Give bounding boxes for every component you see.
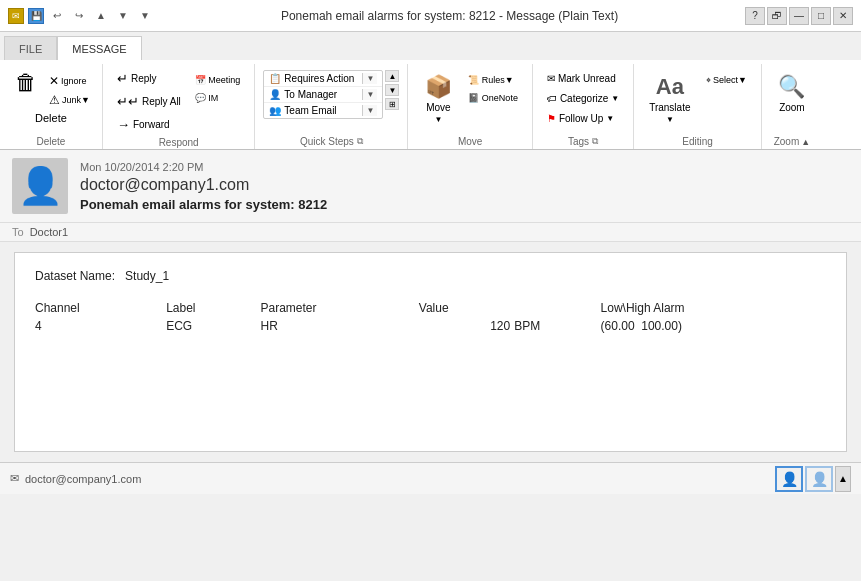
team-email-icon: 👥 (269, 105, 281, 116)
categorize-arrow[interactable]: ▼ (611, 94, 619, 103)
follow-up-label: Follow Up (559, 113, 603, 124)
reply-all-button[interactable]: ↵↵ Reply All (111, 91, 187, 112)
quicksteps-more[interactable]: ⊞ (385, 98, 399, 110)
maximize-button[interactable]: □ (811, 7, 831, 25)
person2-button[interactable]: 👤 (805, 466, 833, 492)
scroll-up-button[interactable]: ▲ (835, 466, 851, 492)
forward-icon: → (117, 117, 130, 132)
col-value: Value (419, 299, 514, 317)
message-body: Dataset Name: Study_1 Channel Label Para… (0, 242, 861, 462)
cell-value: 120 (419, 317, 514, 335)
mark-unread-icon: ✉ (547, 73, 555, 84)
quicksteps-nav: ▲ ▼ ⊞ (383, 70, 399, 110)
tags-buttons: ✉ Mark Unread 🏷 Categorize ▼ ⚑ Follow Up… (541, 68, 625, 134)
translate-arrow: ▼ (666, 115, 674, 124)
help-button[interactable]: ? (745, 7, 765, 25)
collapse-ribbon[interactable]: ▲ (801, 137, 810, 147)
editing-extra: ⌖ Select▼ (700, 70, 753, 89)
quicksteps-dropdown: 📋 Requires Action ▼ 👤 To Manager ▼ 👥 Tea… (263, 70, 383, 119)
title-bar-left-icons: ✉ 💾 ↩ ↪ ▲ ▼ ▼ (8, 7, 154, 25)
move-extra: 📜 Rules▼ 📓 OneNote (462, 70, 524, 106)
status-right: 👤 👤 ▲ (775, 466, 851, 492)
delete-button[interactable]: 🗑 (8, 68, 44, 98)
status-email-area: ✉ doctor@company1.com (10, 472, 141, 485)
respond-group-label: Respond (159, 135, 199, 150)
translate-button[interactable]: Aa Translate ▼ (642, 70, 697, 128)
person1-button[interactable]: 👤 (775, 466, 803, 492)
to-line: To Doctor1 (0, 223, 861, 242)
more-btn[interactable]: ▼ (136, 7, 154, 25)
move-button[interactable]: 📦 Move ▼ (416, 70, 460, 128)
message-subject: Ponemah email alarms for system: 8212 (80, 197, 849, 212)
redo-btn[interactable]: ↪ (70, 7, 88, 25)
up-btn[interactable]: ▲ (92, 7, 110, 25)
zoom-group-label: Zoom ▲ (774, 134, 810, 149)
editing-group-label: Editing (682, 134, 713, 149)
to-label: To (12, 226, 24, 238)
ignore-button[interactable]: ✕ Ignore (45, 72, 94, 90)
data-table: Channel Label Parameter Value Low\High A… (35, 299, 826, 335)
mark-unread-label: Mark Unread (558, 73, 616, 84)
quicksteps-up[interactable]: ▲ (385, 70, 399, 82)
to-manager-item[interactable]: 👤 To Manager ▼ (264, 87, 382, 103)
table-row: 4 ECG HR 120 BPM (60.00 100.00) (35, 317, 826, 335)
to-manager-arrow[interactable]: ▼ (362, 89, 377, 100)
cell-parameter: HR (261, 317, 419, 335)
reply-all-icon: ↵↵ (117, 94, 139, 109)
categorize-button[interactable]: 🏷 Categorize ▼ (541, 90, 625, 107)
categorize-icon: 🏷 (547, 93, 557, 104)
forward-button[interactable]: → Forward (111, 114, 187, 135)
editing-buttons: Aa Translate ▼ ⌖ Select▼ (642, 68, 753, 134)
requires-action-item[interactable]: 📋 Requires Action ▼ (264, 71, 382, 87)
zoom-button[interactable]: 🔍 Zoom (770, 70, 814, 117)
select-btn[interactable]: ⌖ Select▼ (700, 72, 753, 89)
restore-down-button[interactable]: 🗗 (767, 7, 787, 25)
to-manager-icon: 👤 (269, 89, 281, 100)
delete-label[interactable]: Delete (34, 111, 68, 125)
reply-icon: ↵ (117, 71, 128, 86)
avatar-icon: 👤 (18, 165, 63, 207)
team-email-item[interactable]: 👥 Team Email ▼ (264, 103, 382, 118)
to-manager-label: To Manager (284, 89, 359, 100)
move-label: Move (426, 102, 450, 113)
mark-unread-button[interactable]: ✉ Mark Unread (541, 70, 625, 87)
team-email-arrow[interactable]: ▼ (362, 105, 377, 116)
requires-action-arrow[interactable]: ▼ (362, 73, 377, 84)
tags-expand[interactable]: ⧉ (592, 136, 598, 147)
col-label: Label (166, 299, 260, 317)
rules-btn[interactable]: 📜 Rules▼ (462, 72, 524, 88)
move-buttons: 📦 Move ▼ 📜 Rules▼ 📓 OneNote (416, 68, 524, 134)
zoom-icon: 🔍 (778, 74, 805, 100)
save-icon[interactable]: 💾 (28, 8, 44, 24)
reply-button[interactable]: ↵ Reply (111, 68, 187, 89)
message-meta: Mon 10/20/2014 2:20 PM doctor@company1.c… (80, 161, 849, 212)
zoom-label: Zoom (779, 102, 805, 113)
quicksteps-group-label: Quick Steps ⧉ (300, 134, 363, 149)
close-button[interactable]: ✕ (833, 7, 853, 25)
window-controls: ? 🗗 — □ ✕ (745, 7, 853, 25)
follow-up-icon: ⚑ (547, 113, 556, 124)
col-alarm: Low\High Alarm (601, 299, 826, 317)
tab-file[interactable]: FILE (4, 36, 57, 60)
respond-stack: ↵ Reply ↵↵ Reply All → Forward (111, 68, 187, 135)
quicksteps-expand[interactable]: ⧉ (357, 136, 363, 147)
onenote-btn[interactable]: 📓 OneNote (462, 90, 524, 106)
ribbon-group-delete: 🗑 ✕ Ignore ⚠ Junk▼ Delete Delete (0, 64, 103, 149)
reply-label: Reply (131, 73, 157, 84)
status-bar: ✉ doctor@company1.com 👤 👤 ▲ (0, 462, 861, 494)
minimize-button[interactable]: — (789, 7, 809, 25)
meeting-btn[interactable]: 📅 Meeting (189, 72, 247, 88)
ribbon-group-tags: ✉ Mark Unread 🏷 Categorize ▼ ⚑ Follow Up… (533, 64, 634, 149)
delete-group-buttons: 🗑 ✕ Ignore ⚠ Junk▼ Delete (8, 68, 94, 134)
cell-alarm: (60.00 100.00) (601, 317, 826, 335)
translate-icon: Aa (656, 74, 684, 100)
quicksteps-down[interactable]: ▼ (385, 84, 399, 96)
junk-button[interactable]: ⚠ Junk▼ (45, 91, 94, 109)
undo-btn[interactable]: ↩ (48, 7, 66, 25)
tab-message[interactable]: MESSAGE (57, 36, 141, 60)
status-envelope-icon: ✉ (10, 472, 19, 485)
follow-up-arrow[interactable]: ▼ (606, 114, 614, 123)
im-btn[interactable]: 💬 IM (189, 90, 247, 106)
down-btn[interactable]: ▼ (114, 7, 132, 25)
follow-up-button[interactable]: ⚑ Follow Up ▼ (541, 110, 625, 127)
